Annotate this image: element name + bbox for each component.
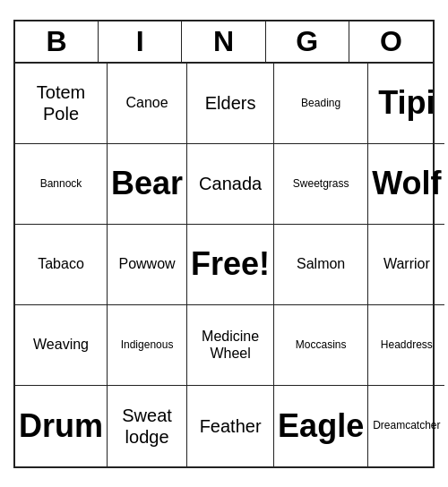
bingo-grid: Totem PoleCanoeEldersBeadingTipiBannockB… bbox=[15, 64, 433, 466]
cell-text: Elders bbox=[205, 92, 256, 114]
cell-text: Totem Pole bbox=[19, 81, 103, 124]
bingo-cell-20: Drum bbox=[15, 386, 108, 466]
bingo-cell-16: Indigenous bbox=[108, 305, 187, 386]
bingo-cell-9: Wolf bbox=[368, 144, 444, 225]
header-letter: B bbox=[15, 21, 99, 62]
cell-text: Feather bbox=[200, 415, 262, 437]
cell-text: Free! bbox=[191, 244, 270, 283]
cell-text: Salmon bbox=[297, 255, 345, 272]
bingo-cell-23: Eagle bbox=[274, 386, 368, 466]
cell-text: Bear bbox=[111, 164, 183, 202]
cell-text: Tipi bbox=[378, 83, 435, 122]
cell-text: Canoe bbox=[125, 94, 168, 111]
bingo-cell-19: Headdress bbox=[368, 305, 444, 386]
bingo-cell-12: Free! bbox=[187, 225, 274, 305]
cell-text: Beading bbox=[301, 97, 340, 109]
bingo-cell-15: Weaving bbox=[15, 305, 108, 386]
bingo-cell-6: Bear bbox=[108, 144, 187, 225]
bingo-cell-2: Elders bbox=[187, 64, 274, 144]
cell-text: Wolf bbox=[372, 164, 441, 202]
cell-text: Sweetgrass bbox=[293, 177, 349, 190]
cell-text: Drum bbox=[19, 406, 103, 445]
bingo-cell-14: Warrior bbox=[368, 225, 444, 305]
bingo-cell-5: Bannock bbox=[15, 144, 108, 225]
header-letter: G bbox=[266, 21, 349, 62]
cell-text: Tabaco bbox=[38, 255, 84, 272]
bingo-cell-8: Sweetgrass bbox=[274, 144, 368, 225]
cell-text: Dreamcatcher bbox=[373, 419, 440, 431]
bingo-cell-13: Salmon bbox=[274, 225, 368, 305]
cell-text: Canada bbox=[199, 173, 262, 194]
bingo-cell-3: Beading bbox=[274, 64, 368, 144]
cell-text: Sweat lodge bbox=[111, 405, 183, 448]
cell-text: Weaving bbox=[33, 336, 89, 353]
cell-text: Moccasins bbox=[296, 338, 347, 351]
cell-text: Eagle bbox=[278, 406, 364, 445]
header-letter: O bbox=[349, 21, 433, 62]
bingo-cell-18: Moccasins bbox=[274, 305, 368, 386]
cell-text: Indigenous bbox=[121, 338, 174, 351]
bingo-cell-22: Feather bbox=[187, 386, 274, 466]
cell-text: Headdress bbox=[381, 338, 433, 351]
cell-text: Powwow bbox=[118, 255, 175, 272]
bingo-cell-10: Tabaco bbox=[15, 225, 108, 305]
bingo-cell-17: Medicine Wheel bbox=[187, 305, 274, 386]
bingo-cell-24: Dreamcatcher bbox=[368, 386, 444, 466]
bingo-cell-0: Totem Pole bbox=[15, 64, 108, 144]
bingo-cell-21: Sweat lodge bbox=[108, 386, 187, 466]
header-letter: I bbox=[99, 21, 182, 62]
bingo-cell-1: Canoe bbox=[108, 64, 187, 144]
bingo-cell-4: Tipi bbox=[368, 64, 444, 144]
cell-text: Warrior bbox=[383, 255, 430, 272]
cell-text: Bannock bbox=[40, 177, 82, 190]
header-letter: N bbox=[182, 21, 265, 62]
bingo-header: BINGO bbox=[15, 21, 433, 64]
bingo-cell-7: Canada bbox=[187, 144, 274, 225]
bingo-cell-11: Powwow bbox=[108, 225, 187, 305]
bingo-card: BINGO Totem PoleCanoeEldersBeadingTipiBa… bbox=[13, 20, 435, 468]
cell-text: Medicine Wheel bbox=[191, 328, 270, 362]
